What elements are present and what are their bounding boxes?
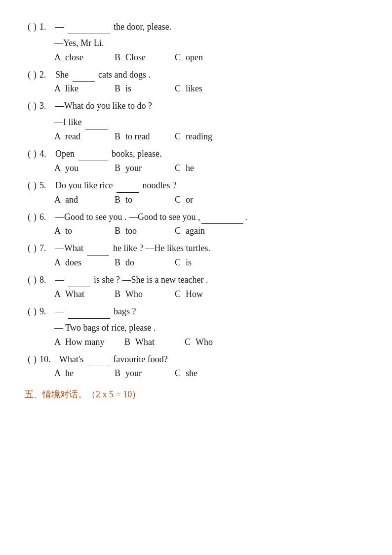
option-b: B to <box>115 195 175 205</box>
option-b: B your <box>115 163 175 173</box>
blank <box>68 287 90 287</box>
opt-letter: A <box>54 226 65 236</box>
paren-right: ) <box>34 149 37 159</box>
q-num: 5. <box>39 180 55 191</box>
q4-options: A you B your C he <box>25 163 367 173</box>
option-b: B What <box>124 337 185 347</box>
option-a: A close <box>54 52 115 63</box>
opt-text: What <box>65 289 115 299</box>
question-8: ( ) 8. — is she ? —She is a new teacher … <box>25 273 367 299</box>
opt-text: she <box>186 368 235 379</box>
opt-letter: B <box>115 84 125 94</box>
q1-options: A close B Close C open <box>25 52 367 63</box>
question-2-line1: ( ) 2. She cats and dogs . <box>25 68 367 82</box>
option-b: B to read <box>115 131 175 142</box>
q-num: 6. <box>39 212 55 222</box>
opt-letter: B <box>115 131 125 142</box>
opt-letter: B <box>115 289 125 299</box>
opt-letter: A <box>54 195 65 205</box>
opt-letter: C <box>175 84 186 94</box>
paren-right: ) <box>34 180 37 191</box>
question-3-line1: ( ) 3. —What do you like to do ? <box>25 99 367 113</box>
section-title: 五、情境对话。（2 x 5 = 10） <box>25 388 367 400</box>
bracket: ( <box>25 180 34 191</box>
q7-options: A does B do C is <box>25 257 367 268</box>
opt-letter: B <box>115 226 125 236</box>
bracket: ( <box>25 306 34 317</box>
option-c: C is <box>175 257 235 268</box>
blank <box>87 255 109 256</box>
q-text: —What he like ? —He likes turtles. <box>55 241 367 256</box>
question-1: ( ) 1. — the door, please. —Yes, Mr Li. … <box>25 20 367 63</box>
option-c: C likes <box>175 84 235 94</box>
q8-options: A What B Who C How <box>25 289 367 299</box>
q-text: She cats and dogs . <box>55 68 367 82</box>
q3-options: A read B to read C reading <box>25 131 367 142</box>
opt-text: How <box>186 289 235 299</box>
question-8-line1: ( ) 8. — is she ? —She is a new teacher … <box>25 273 367 287</box>
opt-text: to <box>125 195 175 205</box>
q-text: Do you like rice noodles ? <box>55 178 367 193</box>
question-9: ( ) 9. — bags ? — Two bags of rice, plea… <box>25 304 367 347</box>
opt-letter: C <box>175 131 186 142</box>
option-c: C How <box>175 289 235 299</box>
q6-options: A to B too C again <box>25 226 367 236</box>
question-6: ( ) 6. —Good to see you . —Good to see y… <box>25 210 367 237</box>
paren-right: ) <box>34 275 37 285</box>
q-num: 1. <box>39 22 55 32</box>
q3-subline: —I like <box>25 115 367 129</box>
q5-options: A and B to C or <box>25 195 367 205</box>
opt-text: is <box>125 84 175 94</box>
opt-text: again <box>186 226 235 236</box>
option-b: B too <box>115 226 175 236</box>
opt-letter: A <box>54 289 65 299</box>
opt-text: you <box>65 163 115 173</box>
q-text: — is she ? —She is a new teacher . <box>55 273 367 287</box>
opt-letter: B <box>115 368 125 379</box>
question-10: ( ) 10. What's favourite food? A he B yo… <box>25 352 367 379</box>
blank <box>87 366 110 366</box>
q10-options: A he B your C she <box>25 368 367 379</box>
bracket: ( <box>25 149 34 159</box>
opt-text: too <box>125 226 175 236</box>
paren-right: ) <box>34 306 37 317</box>
option-c: C she <box>175 368 235 379</box>
opt-text: do <box>125 257 175 268</box>
opt-text: reading <box>186 131 235 142</box>
opt-letter: C <box>175 163 186 173</box>
opt-text: like <box>65 84 115 94</box>
option-c: C Who <box>185 337 245 347</box>
question-7: ( ) 7. —What he like ? —He likes turtles… <box>25 241 367 268</box>
opt-letter: B <box>115 257 125 268</box>
blank <box>201 223 243 224</box>
option-b: B Close <box>115 52 175 63</box>
opt-text: he <box>186 163 235 173</box>
opt-letter: C <box>175 195 186 205</box>
opt-text: Who <box>196 337 245 347</box>
question-2: ( ) 2. She cats and dogs . A like B is C… <box>25 68 367 94</box>
opt-text: is <box>186 257 235 268</box>
paren-right: ) <box>34 22 37 32</box>
q-text: Open books, please. <box>55 147 367 161</box>
paren-right: ) <box>34 70 37 80</box>
opt-text: and <box>65 195 115 205</box>
q-num: 3. <box>39 101 55 111</box>
opt-letter: B <box>115 195 125 205</box>
q2-options: A like B is C likes <box>25 84 367 94</box>
q-num: 9. <box>39 306 55 317</box>
blank <box>117 192 139 193</box>
paren-right: ) <box>34 243 37 254</box>
q-text: What's favourite food? <box>59 352 367 367</box>
bracket: ( <box>25 101 34 111</box>
bracket: ( <box>25 70 34 80</box>
opt-letter: C <box>185 337 196 347</box>
q-num: 4. <box>39 149 55 159</box>
opt-text: likes <box>186 84 235 94</box>
opt-text: close <box>65 52 115 63</box>
option-a: A to <box>54 226 115 236</box>
option-c: C again <box>175 226 235 236</box>
opt-text: to <box>65 226 115 236</box>
option-a: A How many <box>54 337 124 347</box>
opt-text: read <box>65 131 115 142</box>
opt-text: your <box>125 163 175 173</box>
